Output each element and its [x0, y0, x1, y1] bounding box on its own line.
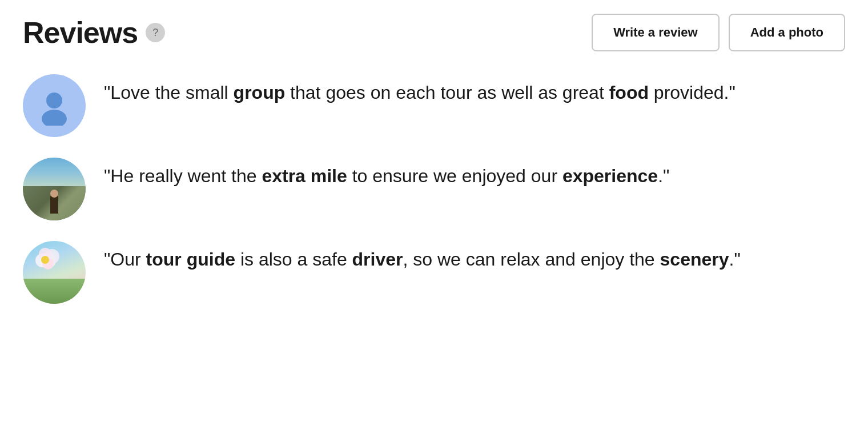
header-buttons: Write a review Add a photo [592, 14, 845, 51]
header-left: Reviews ? [23, 15, 165, 50]
svg-point-0 [46, 93, 62, 108]
write-review-button[interactable]: Write a review [592, 14, 720, 51]
review-text: "Love the small group that goes on each … [104, 74, 845, 106]
svg-point-1 [42, 110, 67, 126]
reviews-list: "Love the small group that goes on each … [23, 74, 845, 304]
reviews-header: Reviews ? Write a review Add a photo [23, 14, 845, 51]
avatar [23, 158, 86, 220]
review-text: "He really went the extra mile to ensure… [104, 158, 845, 190]
add-photo-button[interactable]: Add a photo [729, 14, 845, 51]
review-text: "Our tour guide is also a safe driver, s… [104, 241, 845, 273]
help-icon[interactable]: ? [146, 23, 165, 42]
page-title: Reviews [23, 15, 138, 50]
avatar [23, 241, 86, 304]
review-item: "He really went the extra mile to ensure… [23, 158, 845, 220]
review-item: "Our tour guide is also a safe driver, s… [23, 241, 845, 304]
review-item: "Love the small group that goes on each … [23, 74, 845, 137]
avatar [23, 74, 86, 137]
